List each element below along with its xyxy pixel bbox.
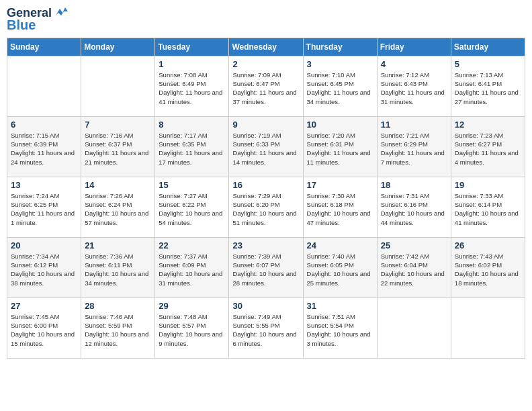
calendar-week-row: 20Sunrise: 7:34 AMSunset: 6:12 PMDayligh… bbox=[7, 237, 525, 298]
day-header-sunday: Sunday bbox=[7, 38, 81, 56]
calendar-cell: 25Sunrise: 7:42 AMSunset: 6:04 PMDayligh… bbox=[377, 237, 451, 298]
day-number: 27 bbox=[11, 301, 77, 311]
day-info: Sunrise: 7:08 AMSunset: 6:49 PMDaylight:… bbox=[159, 71, 225, 106]
day-number: 2 bbox=[232, 59, 299, 69]
calendar-cell: 29Sunrise: 7:48 AMSunset: 5:57 PMDayligh… bbox=[155, 298, 229, 358]
calendar-cell: 3Sunrise: 7:10 AMSunset: 6:45 PMDaylight… bbox=[303, 56, 377, 116]
day-info: Sunrise: 7:21 AMSunset: 6:29 PMDaylight:… bbox=[381, 131, 447, 167]
day-number: 29 bbox=[159, 301, 225, 311]
day-info: Sunrise: 7:49 AMSunset: 5:55 PMDaylight:… bbox=[232, 312, 299, 348]
calendar-cell: 30Sunrise: 7:49 AMSunset: 5:55 PMDayligh… bbox=[229, 298, 303, 358]
calendar-cell: 17Sunrise: 7:30 AMSunset: 6:18 PMDayligh… bbox=[303, 177, 377, 237]
calendar-cell: 28Sunrise: 7:46 AMSunset: 5:59 PMDayligh… bbox=[81, 298, 155, 358]
calendar-cell: 8Sunrise: 7:17 AMSunset: 6:35 PMDaylight… bbox=[155, 116, 229, 177]
day-number: 10 bbox=[307, 120, 373, 130]
day-number: 6 bbox=[11, 120, 77, 130]
calendar-cell: 10Sunrise: 7:20 AMSunset: 6:31 PMDayligh… bbox=[303, 116, 377, 177]
day-number: 20 bbox=[11, 240, 77, 250]
day-number: 8 bbox=[159, 120, 225, 130]
calendar-cell: 14Sunrise: 7:26 AMSunset: 6:24 PMDayligh… bbox=[81, 177, 155, 237]
day-info: Sunrise: 7:15 AMSunset: 6:39 PMDaylight:… bbox=[11, 131, 77, 167]
day-info: Sunrise: 7:09 AMSunset: 6:47 PMDaylight:… bbox=[232, 71, 299, 106]
day-info: Sunrise: 7:17 AMSunset: 6:35 PMDaylight:… bbox=[159, 131, 225, 167]
day-number: 13 bbox=[11, 180, 77, 190]
day-number: 30 bbox=[232, 301, 299, 311]
calendar-cell: 5Sunrise: 7:13 AMSunset: 6:41 PMDaylight… bbox=[451, 56, 525, 116]
day-number: 3 bbox=[307, 59, 373, 69]
calendar-cell: 11Sunrise: 7:21 AMSunset: 6:29 PMDayligh… bbox=[377, 116, 451, 177]
day-info: Sunrise: 7:16 AMSunset: 6:37 PMDaylight:… bbox=[85, 131, 151, 167]
calendar-cell: 20Sunrise: 7:34 AMSunset: 6:12 PMDayligh… bbox=[7, 237, 81, 298]
calendar-cell: 27Sunrise: 7:45 AMSunset: 6:00 PMDayligh… bbox=[7, 298, 81, 358]
calendar-cell: 2Sunrise: 7:09 AMSunset: 6:47 PMDaylight… bbox=[229, 56, 303, 116]
day-info: Sunrise: 7:48 AMSunset: 5:57 PMDaylight:… bbox=[159, 312, 225, 348]
day-info: Sunrise: 7:34 AMSunset: 6:12 PMDaylight:… bbox=[11, 252, 77, 287]
day-info: Sunrise: 7:26 AMSunset: 6:24 PMDaylight:… bbox=[85, 191, 151, 227]
day-header-monday: Monday bbox=[81, 38, 155, 56]
calendar-week-row: 1Sunrise: 7:08 AMSunset: 6:49 PMDaylight… bbox=[7, 56, 525, 116]
day-info: Sunrise: 7:46 AMSunset: 5:59 PMDaylight:… bbox=[85, 312, 151, 348]
day-number: 21 bbox=[85, 240, 151, 250]
day-number: 23 bbox=[232, 240, 299, 250]
calendar-cell: 13Sunrise: 7:24 AMSunset: 6:25 PMDayligh… bbox=[7, 177, 81, 237]
day-info: Sunrise: 7:19 AMSunset: 6:33 PMDaylight:… bbox=[232, 131, 299, 167]
day-info: Sunrise: 7:30 AMSunset: 6:18 PMDaylight:… bbox=[307, 191, 373, 227]
day-info: Sunrise: 7:40 AMSunset: 6:05 PMDaylight:… bbox=[307, 252, 373, 287]
day-info: Sunrise: 7:42 AMSunset: 6:04 PMDaylight:… bbox=[381, 252, 447, 287]
svg-marker-0 bbox=[56, 7, 68, 15]
calendar-cell: 21Sunrise: 7:36 AMSunset: 6:11 PMDayligh… bbox=[81, 237, 155, 298]
calendar-cell: 22Sunrise: 7:37 AMSunset: 6:09 PMDayligh… bbox=[155, 237, 229, 298]
day-header-wednesday: Wednesday bbox=[229, 38, 303, 56]
day-number: 5 bbox=[455, 59, 521, 69]
day-info: Sunrise: 7:23 AMSunset: 6:27 PMDaylight:… bbox=[455, 131, 521, 167]
day-number: 7 bbox=[85, 120, 151, 130]
day-number: 12 bbox=[455, 120, 521, 130]
calendar-cell: 7Sunrise: 7:16 AMSunset: 6:37 PMDaylight… bbox=[81, 116, 155, 177]
calendar-cell bbox=[377, 298, 451, 358]
calendar-cell bbox=[81, 56, 155, 116]
calendar-cell: 26Sunrise: 7:43 AMSunset: 6:02 PMDayligh… bbox=[451, 237, 525, 298]
logo-text-blue: Blue bbox=[7, 17, 36, 32]
calendar-cell: 6Sunrise: 7:15 AMSunset: 6:39 PMDaylight… bbox=[7, 116, 81, 177]
day-number: 9 bbox=[232, 120, 299, 130]
day-info: Sunrise: 7:20 AMSunset: 6:31 PMDaylight:… bbox=[307, 131, 373, 167]
day-number: 26 bbox=[455, 240, 521, 250]
calendar-cell: 4Sunrise: 7:12 AMSunset: 6:43 PMDaylight… bbox=[377, 56, 451, 116]
day-header-friday: Friday bbox=[377, 38, 451, 56]
calendar-cell bbox=[451, 298, 525, 358]
day-number: 16 bbox=[232, 180, 299, 190]
day-info: Sunrise: 7:51 AMSunset: 5:54 PMDaylight:… bbox=[307, 312, 373, 348]
day-info: Sunrise: 7:12 AMSunset: 6:43 PMDaylight:… bbox=[381, 71, 447, 106]
day-info: Sunrise: 7:45 AMSunset: 6:00 PMDaylight:… bbox=[11, 312, 77, 348]
day-header-tuesday: Tuesday bbox=[155, 38, 229, 56]
day-number: 22 bbox=[159, 240, 225, 250]
day-number: 14 bbox=[85, 180, 151, 190]
calendar-header-row: SundayMondayTuesdayWednesdayThursdayFrid… bbox=[7, 38, 525, 56]
day-number: 18 bbox=[381, 180, 447, 190]
day-number: 11 bbox=[381, 120, 447, 130]
calendar-cell: 1Sunrise: 7:08 AMSunset: 6:49 PMDaylight… bbox=[155, 56, 229, 116]
logo: General Blue bbox=[7, 7, 68, 32]
day-info: Sunrise: 7:37 AMSunset: 6:09 PMDaylight:… bbox=[159, 252, 225, 287]
calendar-week-row: 13Sunrise: 7:24 AMSunset: 6:25 PMDayligh… bbox=[7, 177, 525, 237]
day-number: 1 bbox=[159, 59, 225, 69]
day-header-thursday: Thursday bbox=[303, 38, 377, 56]
calendar-week-row: 6Sunrise: 7:15 AMSunset: 6:39 PMDaylight… bbox=[7, 116, 525, 177]
calendar-cell: 16Sunrise: 7:29 AMSunset: 6:20 PMDayligh… bbox=[229, 177, 303, 237]
day-number: 4 bbox=[381, 59, 447, 69]
calendar-cell: 23Sunrise: 7:39 AMSunset: 6:07 PMDayligh… bbox=[229, 237, 303, 298]
calendar-cell: 9Sunrise: 7:19 AMSunset: 6:33 PMDaylight… bbox=[229, 116, 303, 177]
day-info: Sunrise: 7:39 AMSunset: 6:07 PMDaylight:… bbox=[232, 252, 299, 287]
calendar-cell: 12Sunrise: 7:23 AMSunset: 6:27 PMDayligh… bbox=[451, 116, 525, 177]
calendar-cell: 19Sunrise: 7:33 AMSunset: 6:14 PMDayligh… bbox=[451, 177, 525, 237]
page-header: General Blue bbox=[7, 7, 525, 32]
day-number: 17 bbox=[307, 180, 373, 190]
day-info: Sunrise: 7:13 AMSunset: 6:41 PMDaylight:… bbox=[455, 71, 521, 106]
day-info: Sunrise: 7:33 AMSunset: 6:14 PMDaylight:… bbox=[455, 191, 521, 227]
day-number: 31 bbox=[307, 301, 373, 311]
logo-bird-icon bbox=[53, 6, 68, 18]
day-info: Sunrise: 7:31 AMSunset: 6:16 PMDaylight:… bbox=[381, 191, 447, 227]
day-info: Sunrise: 7:29 AMSunset: 6:20 PMDaylight:… bbox=[232, 191, 299, 227]
day-number: 28 bbox=[85, 301, 151, 311]
calendar-table: SundayMondayTuesdayWednesdayThursdayFrid… bbox=[7, 38, 525, 359]
